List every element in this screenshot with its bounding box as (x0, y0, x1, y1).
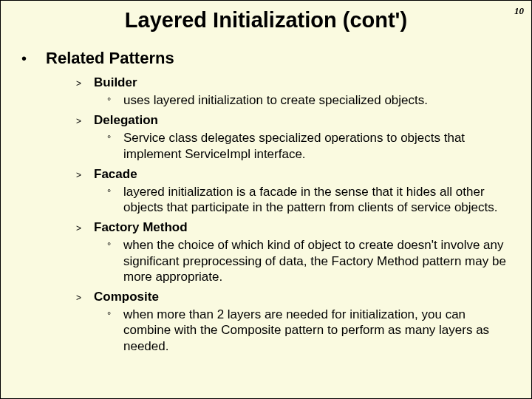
chevron-icon: > (76, 170, 83, 180)
pattern-name: Factory Method (94, 220, 188, 235)
pattern-name: Builder (94, 75, 137, 90)
pattern-row: > Builder (76, 75, 514, 90)
pattern-row: > Factory Method (76, 220, 514, 235)
pattern-desc: layered initialization is a facade in th… (123, 184, 514, 216)
section-row: • Related Patterns (18, 49, 514, 68)
page-number: 10 (514, 5, 524, 17)
pattern-desc: uses layered initialization to create sp… (123, 92, 428, 108)
pattern-row: > Delegation (76, 113, 514, 128)
chevron-icon: > (76, 223, 83, 233)
pattern-list: > Builder ° uses layered initialization … (76, 75, 514, 354)
slide-title: Layered Initialization (cont') (18, 8, 514, 33)
chevron-icon: > (76, 116, 83, 126)
list-item: > Factory Method ° when the choice of wh… (76, 220, 514, 284)
pattern-name: Delegation (94, 113, 158, 128)
list-item: > Builder ° uses layered initialization … (76, 75, 514, 108)
desc-row: ° Service class delegates specialized op… (107, 130, 514, 162)
chevron-icon: > (76, 293, 83, 303)
pattern-desc: when more than 2 layers are needed for i… (123, 307, 514, 354)
list-item: > Composite ° when more than 2 layers ar… (76, 290, 514, 354)
pattern-row: > Facade (76, 167, 514, 182)
pattern-name: Facade (94, 167, 137, 182)
pattern-name: Composite (94, 290, 159, 304)
pattern-desc: Service class delegates specialized oper… (123, 130, 514, 162)
pattern-row: > Composite (76, 290, 514, 304)
degree-icon: ° (107, 240, 115, 251)
degree-icon: ° (107, 187, 115, 198)
bullet-level1-icon: • (21, 51, 27, 66)
degree-icon: ° (107, 95, 115, 106)
desc-row: ° uses layered initialization to create … (107, 92, 514, 108)
desc-row: ° layered initialization is a facade in … (107, 184, 514, 216)
degree-icon: ° (107, 310, 115, 321)
desc-row: ° when the choice of which kind of objec… (107, 237, 514, 284)
section-heading: Related Patterns (46, 49, 174, 68)
list-item: > Delegation ° Service class delegates s… (76, 113, 514, 162)
chevron-icon: > (76, 78, 83, 89)
list-item: > Facade ° layered initialization is a f… (76, 167, 514, 216)
pattern-desc: when the choice of which kind of object … (123, 237, 514, 284)
slide-container: 10 Layered Initialization (cont') • Rela… (1, 1, 531, 398)
degree-icon: ° (107, 133, 115, 144)
desc-row: ° when more than 2 layers are needed for… (107, 307, 514, 354)
